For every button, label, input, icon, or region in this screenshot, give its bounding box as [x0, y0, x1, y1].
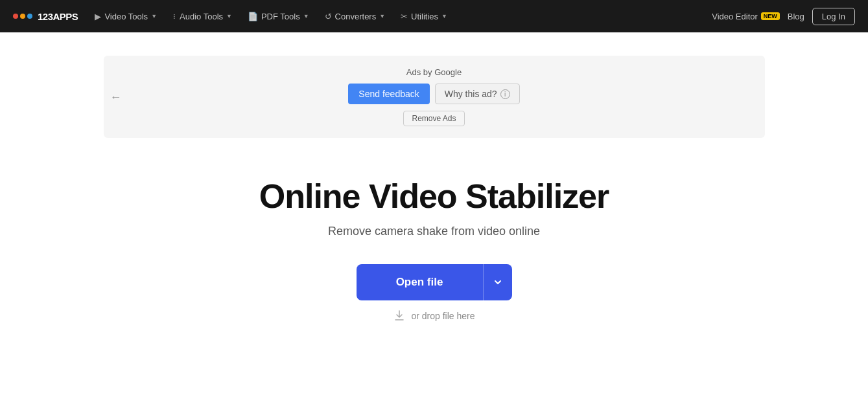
info-icon: i	[500, 89, 510, 99]
nav-video-tools-label: Video Tools	[104, 12, 148, 21]
logo-dots	[13, 14, 32, 19]
open-file-button[interactable]: Open file	[357, 264, 512, 300]
logo-dot-yellow	[20, 14, 25, 19]
logo-dot-red	[13, 14, 18, 19]
navbar-right: Video Editor NEW Blog Log In	[712, 8, 855, 25]
nav-utilities[interactable]: ✂ Utilities ▼	[394, 8, 454, 25]
ads-by-label: Ads by	[406, 67, 432, 77]
page-subtitle: Remove camera shake from video online	[328, 225, 540, 238]
nav-converters[interactable]: ↺ Converters ▼	[318, 8, 392, 25]
converters-icon: ↺	[325, 12, 332, 21]
remove-ads-button[interactable]: Remove Ads	[403, 111, 464, 126]
open-file-chevron[interactable]	[484, 264, 512, 300]
navbar: 123APPS ▶ Video Tools ▼ ⫶ Audio Tools ▼ …	[0, 0, 868, 32]
nav-video-tools[interactable]: ▶ Video Tools ▼	[88, 8, 163, 25]
pdf-tools-icon: 📄	[248, 12, 258, 21]
drop-label: or drop file here	[411, 311, 475, 321]
drop-zone[interactable]: or drop file here	[393, 309, 475, 322]
ad-section: ← Ads by Google Send feedback Why this a…	[104, 56, 765, 138]
nav-audio-tools-label: Audio Tools	[180, 12, 223, 21]
why-this-ad-button[interactable]: Why this ad? i	[435, 84, 520, 104]
video-tools-arrow: ▼	[151, 13, 157, 19]
video-tools-icon: ▶	[95, 12, 101, 21]
nav-pdf-tools[interactable]: 📄 PDF Tools ▼	[241, 8, 316, 25]
nav-converters-label: Converters	[335, 12, 377, 21]
back-arrow[interactable]: ←	[104, 84, 128, 110]
open-file-label: Open file	[357, 264, 483, 300]
nav-audio-tools[interactable]: ⫶ Audio Tools ▼	[166, 8, 239, 25]
ad-buttons: Send feedback Why this ad? i	[348, 84, 519, 104]
main-content: Online Video Stabilizer Remove camera sh…	[0, 138, 868, 348]
chevron-down-icon	[493, 278, 502, 287]
video-editor-link[interactable]: Video Editor NEW	[712, 12, 780, 21]
download-icon	[393, 309, 406, 322]
google-label: Google	[434, 67, 462, 77]
nav-utilities-label: Utilities	[411, 12, 438, 21]
pdf-tools-arrow: ▼	[303, 13, 309, 19]
converters-arrow: ▼	[379, 13, 385, 19]
audio-tools-arrow: ▼	[226, 13, 232, 19]
video-editor-label: Video Editor	[712, 12, 758, 21]
why-this-ad-label: Why this ad?	[445, 89, 497, 99]
login-button[interactable]: Log In	[812, 8, 855, 25]
audio-tools-icon: ⫶	[172, 12, 176, 20]
nav-pdf-tools-label: PDF Tools	[261, 12, 300, 21]
page-title: Online Video Stabilizer	[259, 177, 609, 216]
utilities-icon: ✂	[401, 12, 408, 21]
ads-by-google: Ads by Google	[406, 67, 462, 77]
logo[interactable]: 123APPS	[13, 11, 78, 22]
logo-text: 123APPS	[38, 11, 78, 22]
send-feedback-button[interactable]: Send feedback	[348, 84, 429, 104]
new-badge: NEW	[761, 12, 780, 20]
utilities-arrow: ▼	[441, 13, 447, 19]
logo-dot-blue	[27, 14, 32, 19]
blog-link[interactable]: Blog	[788, 12, 804, 21]
